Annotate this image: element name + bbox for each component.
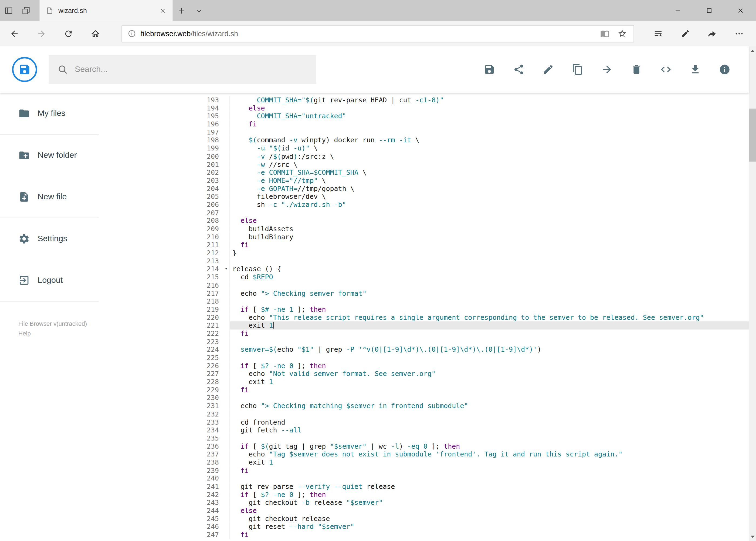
help-link[interactable]: Help <box>18 329 92 338</box>
copy-button[interactable] <box>572 64 584 75</box>
save-button[interactable] <box>484 64 495 75</box>
hub-favorites-button[interactable] <box>644 21 671 46</box>
code-line-215[interactable]: 215 cd $REPO <box>99 273 749 281</box>
fold-marker-icon[interactable]: ▾ <box>225 265 227 273</box>
code-line-201[interactable]: 201 -w //src \ <box>99 161 749 169</box>
code-line-216[interactable]: 216 <box>99 281 749 289</box>
more-menu-button[interactable] <box>726 21 753 46</box>
code-line-211[interactable]: 211 fi <box>99 241 749 249</box>
code-line-235[interactable]: 235 <box>99 434 749 442</box>
scroll-up-button[interactable] <box>749 47 756 55</box>
code-line-246[interactable]: 246 git reset --hard "$semver" <box>99 523 749 531</box>
code-line-228[interactable]: 228 exit 1 <box>99 378 749 386</box>
share-button[interactable] <box>513 64 525 75</box>
rename-button[interactable] <box>543 64 554 75</box>
forward-button[interactable] <box>28 21 55 46</box>
scrollbar-thumb[interactable] <box>749 109 756 162</box>
app-logo[interactable] <box>12 57 37 82</box>
close-window-button[interactable] <box>725 0 756 21</box>
set-tabs-aside-button[interactable] <box>0 0 17 21</box>
code-line-219[interactable]: 219 if [ $# -ne 1 ]; then <box>99 305 749 313</box>
code-line-194[interactable]: 194 else <box>99 104 749 112</box>
web-notes-button[interactable] <box>671 21 698 46</box>
code-line-208[interactable]: 208 else <box>99 217 749 225</box>
code-line-207[interactable]: 207 <box>99 209 749 217</box>
code-line-198[interactable]: 198 $(command -v winpty) docker run --rm… <box>99 136 749 145</box>
code-editor[interactable]: 193 COMMIT_SHA="$(git rev-parse HEAD | c… <box>99 93 749 541</box>
code-line-231[interactable]: 231 echo "> Checking matching $semver in… <box>99 402 749 410</box>
code-line-199[interactable]: 199 -u "$(id -u)" \ <box>99 144 749 152</box>
code-line-206[interactable]: 206 sh -c "./wizard.sh -b" <box>99 201 749 209</box>
search-bar[interactable] <box>49 55 316 84</box>
code-line-236[interactable]: 236 if [ $(git tag | grep "$semver" | wc… <box>99 442 749 450</box>
code-line-243[interactable]: 243 git checkout -b release "$semver" <box>99 499 749 507</box>
favorite-star-button[interactable] <box>613 25 630 42</box>
code-line-223[interactable]: 223 <box>99 337 749 346</box>
sidebar-item-my-files[interactable]: My files <box>0 93 99 134</box>
search-input[interactable] <box>75 65 308 74</box>
code-button[interactable] <box>660 64 672 75</box>
sidebar-item-new-file[interactable]: New file <box>0 176 99 218</box>
delete-button[interactable] <box>631 64 642 75</box>
code-line-241[interactable]: 241 git rev-parse --verify --quiet relea… <box>99 482 749 490</box>
browser-scrollbar[interactable] <box>749 46 756 541</box>
back-button[interactable] <box>1 21 28 46</box>
code-line-237[interactable]: 237 echo "Tag $semver does not exist in … <box>99 450 749 458</box>
code-line-197[interactable]: 197 <box>99 128 749 136</box>
code-line-222[interactable]: 222 fi <box>99 329 749 337</box>
code-line-232[interactable]: 232 <box>99 410 749 418</box>
site-info-icon[interactable] <box>127 29 136 38</box>
code-line-205[interactable]: 205 filebrowser/dev \ <box>99 193 749 201</box>
code-line-242[interactable]: 242 if [ $? -ne 0 ]; then <box>99 490 749 499</box>
code-line-229[interactable]: 229 fi <box>99 386 749 394</box>
home-button[interactable] <box>82 21 109 46</box>
tab-preview-button[interactable] <box>190 0 207 21</box>
code-line-218[interactable]: 218 <box>99 297 749 305</box>
code-line-238[interactable]: 238 exit 1 <box>99 458 749 466</box>
saved-tabs-button[interactable] <box>17 0 35 21</box>
sidebar-item-new-folder[interactable]: New folder <box>0 135 99 176</box>
code-line-214[interactable]: 214▾release () { <box>99 265 749 273</box>
code-line-247[interactable]: 247 fi <box>99 531 749 539</box>
scroll-down-button[interactable] <box>749 533 756 540</box>
code-line-200[interactable]: 200 -v /$(pwd):/src:z \ <box>99 152 749 161</box>
sidebar-item-settings[interactable]: Settings <box>0 218 99 260</box>
code-line-195[interactable]: 195 COMMIT_SHA="untracked" <box>99 112 749 120</box>
code-line-234[interactable]: 234 git fetch --all <box>99 426 749 434</box>
reading-view-button[interactable] <box>596 25 613 42</box>
code-line-240[interactable]: 240 <box>99 475 749 483</box>
new-tab-button[interactable] <box>173 0 190 21</box>
code-line-209[interactable]: 209 buildAssets <box>99 225 749 233</box>
code-line-239[interactable]: 239 fi <box>99 466 749 475</box>
info-button[interactable] <box>719 64 731 75</box>
code-line-196[interactable]: 196 fi <box>99 120 749 128</box>
address-input[interactable]: filebrowser.web/files/wizard.sh <box>122 25 634 42</box>
minimize-button[interactable] <box>662 0 693 21</box>
code-line-245[interactable]: 245 git checkout release <box>99 515 749 523</box>
code-line-221[interactable]: 221 exit 1 <box>99 321 749 329</box>
move-button[interactable] <box>601 64 613 75</box>
code-line-193[interactable]: 193 COMMIT_SHA="$(git rev-parse HEAD | c… <box>99 96 749 104</box>
refresh-button[interactable] <box>55 21 82 46</box>
code-line-203[interactable]: 203 -e HOME="//tmp" \ <box>99 177 749 185</box>
tab-close-icon[interactable] <box>156 4 169 17</box>
code-line-224[interactable]: 224 semver=$(echo "$1" | grep -P '^v(0|[… <box>99 346 749 354</box>
code-line-233[interactable]: 233 cd frontend <box>99 418 749 426</box>
share-page-button[interactable] <box>698 21 725 46</box>
code-line-220[interactable]: 220 echo "This release script requires a… <box>99 313 749 321</box>
code-line-244[interactable]: 244 else <box>99 507 749 515</box>
code-line-204[interactable]: 204 -e GOPATH=//tmp/gopath \ <box>99 185 749 193</box>
code-line-202[interactable]: 202 -e COMMIT_SHA=$COMMIT_SHA \ <box>99 169 749 177</box>
code-line-212[interactable]: 212} <box>99 249 749 257</box>
maximize-button[interactable] <box>693 0 725 21</box>
code-line-226[interactable]: 226 if [ $? -ne 0 ]; then <box>99 362 749 370</box>
code-line-213[interactable]: 213 <box>99 257 749 265</box>
code-line-227[interactable]: 227 echo "Not valid semver format. See s… <box>99 370 749 378</box>
browser-tab[interactable]: wizard.sh <box>39 0 172 21</box>
download-button[interactable] <box>690 64 701 75</box>
code-line-210[interactable]: 210 buildBinary <box>99 233 749 241</box>
code-line-217[interactable]: 217 echo "> Checking semver format" <box>99 289 749 297</box>
code-line-230[interactable]: 230 <box>99 394 749 402</box>
sidebar-item-logout[interactable]: Logout <box>0 260 99 301</box>
code-line-225[interactable]: 225 <box>99 353 749 362</box>
